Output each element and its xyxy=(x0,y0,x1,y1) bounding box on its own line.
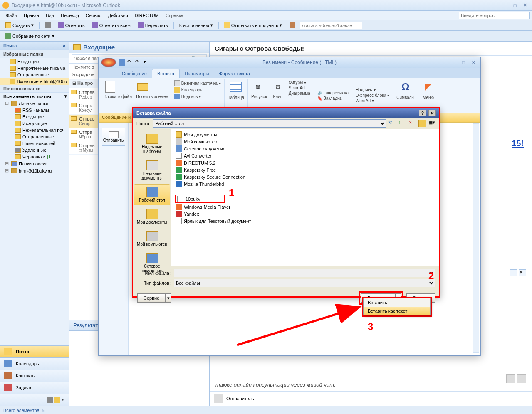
filename-input[interactable] xyxy=(174,269,435,277)
question-input[interactable] xyxy=(459,12,530,19)
close-icon[interactable]: ✕ xyxy=(469,59,478,66)
signature-button[interactable]: Подпись ▾ xyxy=(174,94,221,99)
tree-drafts[interactable]: Черновики [1] xyxy=(0,153,69,160)
file-item[interactable]: Ярлык для Текстовый документ xyxy=(175,217,436,224)
all-mail-items[interactable]: Все элементы почты ▾ xyxy=(0,93,69,100)
send-receive-button[interactable]: Отправить и получить ▾ xyxy=(221,21,285,30)
menu-insert[interactable]: Вставить xyxy=(364,298,430,307)
file-item[interactable]: Мой компьютер xyxy=(175,138,436,145)
address-book-button[interactable] xyxy=(287,21,298,30)
menu-help[interactable]: Справка xyxy=(162,12,187,19)
fav-unread[interactable]: Непрочтенные письма xyxy=(0,65,69,71)
menu-view[interactable]: Вид xyxy=(42,12,57,19)
fav-account-inbox[interactable]: Входящие в html@10bu xyxy=(0,78,69,85)
wordart-button[interactable]: WordArt ▾ xyxy=(356,99,389,103)
tree-news[interactable]: Пакет новостей xyxy=(0,140,69,147)
symbol-icon[interactable]: Ω xyxy=(399,80,412,94)
nav-calendar[interactable]: Календарь xyxy=(0,357,69,370)
address-search-input[interactable] xyxy=(300,22,362,29)
place-mycomputer[interactable]: Мой компьютер xyxy=(134,228,170,249)
menu-file[interactable]: Файл xyxy=(2,12,20,19)
close-icon[interactable]: ✕ xyxy=(428,110,436,116)
place-trusted[interactable]: Надежные шаблоны xyxy=(134,131,170,157)
service-dropdown[interactable]: ▾ xyxy=(166,293,171,303)
picture-icon[interactable]: 🖼 xyxy=(251,80,265,94)
menu-go[interactable]: Переход xyxy=(57,12,82,19)
file-item[interactable]: DIRECTUM 5.2 xyxy=(175,159,436,166)
file-item-highlighted[interactable]: 10bukv xyxy=(175,195,225,203)
maximize-icon[interactable]: □ xyxy=(459,59,468,66)
menu-icon[interactable]: ◤ xyxy=(421,80,435,94)
followup-button[interactable]: К исполнению ▾ xyxy=(176,21,216,29)
filetype-select[interactable]: Все файлы xyxy=(174,279,435,287)
personal-folders[interactable]: ⊟Личные папки xyxy=(0,100,69,107)
tree-rss[interactable]: RSS-каналы xyxy=(0,107,69,113)
nav-shortcuts[interactable]: » xyxy=(0,394,69,406)
menu-edit[interactable]: Правка xyxy=(20,12,42,19)
minimize-icon[interactable]: — xyxy=(449,59,458,66)
table-icon[interactable] xyxy=(229,80,242,94)
hyperlink-button[interactable]: 🔗 Гиперссылка xyxy=(317,91,349,95)
save-icon[interactable] xyxy=(119,59,125,66)
fav-sent[interactable]: Отправленные xyxy=(0,71,69,78)
file-list[interactable]: Мои документы Мой компьютер Сетевое окру… xyxy=(171,129,439,266)
place-desktop[interactable]: Рабочий стол xyxy=(134,184,170,205)
menu-tools[interactable]: Сервис xyxy=(82,12,105,19)
smartart-button[interactable]: SmartArt xyxy=(289,86,310,90)
back-icon[interactable]: ⟲ xyxy=(388,120,396,127)
folder-select[interactable]: Рабочий стол xyxy=(153,119,386,128)
send-button[interactable]: Отправить xyxy=(102,128,125,146)
place-recent[interactable]: Недавние документы xyxy=(134,158,170,183)
minimize-icon[interactable]: — xyxy=(500,2,510,9)
shapes-button[interactable]: Фигуры ▾ xyxy=(289,80,310,85)
file-item[interactable]: Kaspersky Secure Connection xyxy=(175,173,436,180)
scrollbar[interactable] xyxy=(473,123,479,353)
qat-dropdown-icon[interactable]: ▾ xyxy=(144,59,150,66)
file-item[interactable]: Avi Converter xyxy=(175,152,436,159)
quickparts-button[interactable]: Экспресс-блоки ▾ xyxy=(356,93,389,98)
redo-icon[interactable]: ↷ xyxy=(135,59,142,66)
office-button[interactable] xyxy=(101,58,116,67)
tab-message[interactable]: Сообщение xyxy=(117,69,152,78)
bookmark-button[interactable]: 🔖 Закладка xyxy=(317,96,349,101)
tree-search-folders[interactable]: ⊞Папки поиска xyxy=(0,160,69,167)
help-icon[interactable]: ? xyxy=(419,110,426,116)
calendar-button[interactable]: Календарь xyxy=(174,87,221,93)
delete-icon[interactable]: ✕ xyxy=(408,120,416,127)
attach-file-icon[interactable] xyxy=(104,80,117,94)
new-folder-icon[interactable] xyxy=(418,120,426,127)
forward-button[interactable]: Переслать xyxy=(135,21,171,30)
file-item[interactable]: Kaspersky Free xyxy=(175,166,436,173)
nav-mail[interactable]: Почта xyxy=(0,345,69,357)
tree-sent[interactable]: Отправленные xyxy=(0,133,69,140)
print-button[interactable] xyxy=(42,21,54,30)
file-item[interactable]: Windows Media Player xyxy=(175,203,436,210)
nav-tasks[interactable]: Задачи xyxy=(0,382,69,394)
online-meeting-button[interactable]: Собрание по сети ▾ xyxy=(2,32,57,40)
reply-all-button[interactable]: Ответить всем xyxy=(89,21,134,30)
place-mydocs[interactable]: Мои документы xyxy=(134,206,170,227)
tab-format[interactable]: Формат текста xyxy=(214,69,255,78)
menu-insert-as-text[interactable]: Вставить как текст xyxy=(364,307,430,315)
up-icon[interactable]: ↑ xyxy=(398,120,406,127)
file-item[interactable]: Мои документы xyxy=(175,131,436,138)
fav-inbox[interactable]: Входящие xyxy=(0,58,69,65)
tree-deleted[interactable]: Удаленные xyxy=(0,147,69,153)
year-link[interactable]: 15! xyxy=(512,139,524,148)
undo-icon[interactable]: ↶ xyxy=(127,59,134,66)
file-item[interactable]: Yandex xyxy=(175,210,436,217)
tree-inbox[interactable]: Входящие xyxy=(0,113,69,120)
menu-actions[interactable]: Действия xyxy=(105,12,131,19)
tree-junk[interactable]: Нежелательная поч xyxy=(0,127,69,133)
file-item[interactable]: Сетевое окружение xyxy=(175,145,436,152)
clip-icon[interactable]: 🎞 xyxy=(271,80,285,94)
file-item[interactable]: Mozilla Thunderbird xyxy=(175,180,436,187)
collapse-icon[interactable]: « xyxy=(63,43,65,48)
textbox-button[interactable]: Надпись ▾ xyxy=(356,88,389,92)
reply-button[interactable]: Ответить xyxy=(55,21,88,30)
chart-button[interactable]: Диаграмма xyxy=(289,91,310,96)
service-button[interactable]: Сервис ▾ xyxy=(137,293,171,303)
new-button[interactable]: Создать ▾ xyxy=(2,21,37,30)
views-icon[interactable]: ▦▾ xyxy=(428,120,436,127)
maximize-icon[interactable]: □ xyxy=(510,2,520,9)
